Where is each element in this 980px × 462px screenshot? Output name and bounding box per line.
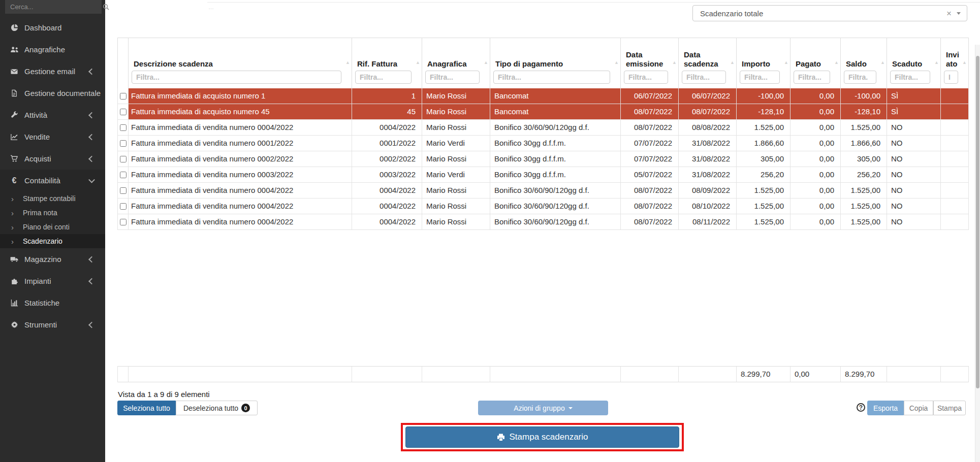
column-filter-input[interactable] xyxy=(844,71,876,84)
table-row[interactable]: Fattura immediata di vendita numero 0001… xyxy=(117,136,969,151)
users-icon xyxy=(9,46,19,53)
table-row[interactable]: Fattura immediata di vendita numero 0002… xyxy=(117,151,969,167)
scrollbar-thumb[interactable] xyxy=(976,56,979,388)
clear-selection-icon[interactable]: × xyxy=(941,9,957,18)
header-cell-saldo[interactable]: Saldo▲ xyxy=(841,38,887,89)
table-cell: Fattura immediata di acquisto numero 1 xyxy=(129,88,352,104)
table-row[interactable]: Fattura immediata di vendita numero 0004… xyxy=(117,120,969,136)
sidebar-item-vendite[interactable]: Vendite xyxy=(0,126,105,148)
table-cell: Fattura immediata di vendita numero 0001… xyxy=(129,136,352,151)
sidebar-subitem-piano-dei-conti[interactable]: ›Piano dei conti xyxy=(0,220,105,234)
table-cell: 0,00 xyxy=(791,104,841,120)
column-filter-input[interactable] xyxy=(493,71,610,84)
sidebar-item-attivita[interactable]: Attività xyxy=(0,104,105,126)
row-checkbox[interactable] xyxy=(120,203,127,210)
row-checkbox[interactable] xyxy=(120,140,127,147)
table-cell: Fattura immediata di vendita numero 0004… xyxy=(129,120,352,136)
sidebar-item-anagrafiche[interactable]: Anagrafiche xyxy=(0,39,105,60)
sidebar-item-impianti[interactable]: Impianti xyxy=(0,270,105,292)
table-cell: 08/08/2022 xyxy=(679,120,737,136)
column-filter-input[interactable] xyxy=(740,71,780,84)
chevron-right-icon: › xyxy=(11,223,16,232)
search-input[interactable] xyxy=(5,3,103,11)
table-cell: 256,20 xyxy=(737,167,791,183)
table-cell: Fattura immediata di vendita numero 0004… xyxy=(129,214,352,230)
selection-button-group: Seleziona tutto Deseleziona tutto 0 xyxy=(117,401,258,415)
export-button[interactable]: Esporta xyxy=(867,401,904,415)
header-cell-descrizione-scadenza[interactable]: Descrizione scadenza▲ xyxy=(129,38,352,89)
totals-cell: 0,00 xyxy=(791,367,841,382)
table-cell: 1.525,00 xyxy=(841,120,887,136)
header-cell-data-scadenza[interactable]: Data scadenza▲ xyxy=(679,38,737,89)
column-filter-input[interactable] xyxy=(890,71,930,84)
table-row[interactable]: Fattura immediata di acquisto numero 11M… xyxy=(117,88,969,104)
table-cell: 45 xyxy=(352,104,422,120)
header-cell-tipo-di-pagamento[interactable]: Tipo di pagamento▲ xyxy=(490,38,621,89)
column-filter-input[interactable] xyxy=(355,71,412,84)
sidebar-item-acquisti[interactable]: Acquisti xyxy=(0,148,105,170)
table-row[interactable]: Fattura immediata di vendita numero 0004… xyxy=(117,183,969,199)
row-checkbox[interactable] xyxy=(120,93,127,100)
row-checkbox[interactable] xyxy=(120,124,127,131)
table-cell: 31/08/2022 xyxy=(679,151,737,167)
print-schedule-button[interactable]: Stampa scadenzario xyxy=(405,426,679,448)
column-filter-input[interactable] xyxy=(682,71,726,84)
table-row[interactable]: Fattura immediata di acquisto numero 454… xyxy=(117,104,969,120)
column-filter-input[interactable] xyxy=(944,71,958,84)
select-all-button[interactable]: Seleziona tutto xyxy=(117,401,176,415)
header-cell-anagrafica[interactable]: Anagrafica▲ xyxy=(422,38,490,89)
table-cell: Fattura immediata di vendita numero 0002… xyxy=(129,151,352,167)
copy-button[interactable]: Copia xyxy=(904,401,933,415)
sidebar-item-dashboard[interactable]: Dashboard xyxy=(0,17,105,39)
header-cell-data-emissione[interactable]: Data emissione▲ xyxy=(621,38,679,89)
header-cell-scaduto[interactable]: Scaduto▲ xyxy=(887,38,941,89)
row-checkbox-cell xyxy=(117,88,129,104)
row-checkbox[interactable] xyxy=(120,219,127,225)
deselect-all-button[interactable]: Deseleziona tutto 0 xyxy=(176,401,258,415)
header-cell-inviato[interactable]: Inviato▲ xyxy=(941,38,969,89)
sidebar-item-gestione-email[interactable]: Gestione email xyxy=(0,60,105,82)
column-filter-input[interactable] xyxy=(624,71,668,84)
scadenzario-filter-select[interactable]: Scadenzario totale × xyxy=(692,5,967,21)
header-cell-importo[interactable]: Importo▲ xyxy=(737,38,791,89)
header-cell-pagato[interactable]: Pagato▲ xyxy=(791,38,841,89)
print-button[interactable]: Stampa xyxy=(933,401,966,415)
table-row[interactable]: Fattura immediata di vendita numero 0004… xyxy=(117,199,969,214)
table-row[interactable]: Fattura immediata di vendita numero 0004… xyxy=(117,214,969,230)
totals-cell: 8.299,70 xyxy=(737,367,791,382)
table-row[interactable]: Fattura immediata di vendita numero 0003… xyxy=(117,167,969,183)
row-checkbox[interactable] xyxy=(120,156,127,162)
sidebar-item-gestione-documentale[interactable]: Gestione documentale xyxy=(0,82,105,104)
sidebar-item-contabilita[interactable]: €Contabilità xyxy=(0,170,105,191)
table-cell: 1 xyxy=(352,88,422,104)
sidebar-subitem-scadenzario[interactable]: ›Scadenzario xyxy=(0,234,105,248)
group-actions-button[interactable]: Azioni di gruppo xyxy=(478,401,608,415)
sidebar-item-statistiche[interactable]: Statistiche xyxy=(0,292,105,314)
column-filter-input[interactable] xyxy=(425,71,480,84)
vertical-scrollbar[interactable] xyxy=(975,45,980,462)
sidebar-item-magazzino[interactable]: Magazzino xyxy=(0,248,105,270)
sidebar-item-strumenti[interactable]: Strumenti xyxy=(0,314,105,336)
sort-icon: ▲ xyxy=(484,60,488,65)
search-icon[interactable] xyxy=(103,4,109,10)
euro-icon: € xyxy=(9,177,19,185)
header-cell-rif-fattura[interactable]: Rif. Fattura▲ xyxy=(352,38,422,89)
row-checkbox[interactable] xyxy=(120,172,127,178)
row-checkbox[interactable] xyxy=(120,109,127,115)
deselect-count-badge: 0 xyxy=(241,404,250,412)
help-icon[interactable]: ? xyxy=(857,403,865,412)
table-cell: Bonifico 30/60/90/120gg d.f. xyxy=(490,214,621,230)
totals-cell xyxy=(679,367,737,382)
top-divider-dots: … xyxy=(208,4,215,10)
column-filter-input[interactable] xyxy=(132,71,341,84)
totals-cell xyxy=(352,367,422,382)
table-cell: 08/07/2022 xyxy=(621,120,679,136)
sort-icon: ▲ xyxy=(345,60,350,65)
totals-cell: 8.299,70 xyxy=(841,367,887,382)
row-checkbox[interactable] xyxy=(120,187,127,194)
sidebar-subitem-prima-nota[interactable]: ›Prima nota xyxy=(0,206,105,220)
column-filter-input[interactable] xyxy=(794,71,830,84)
sidebar-subitem-stampe-contabili[interactable]: ›Stampe contabili xyxy=(0,191,105,206)
table-cell: Bonifico 30/60/90/120gg d.f. xyxy=(490,183,621,199)
totals-cell xyxy=(117,367,129,382)
